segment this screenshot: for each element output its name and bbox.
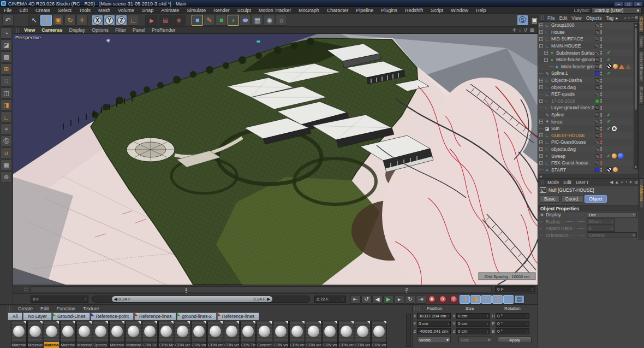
dock-icon[interactable]: ⊞: [634, 180, 638, 185]
menu-pipeline[interactable]: Pipeline: [352, 8, 377, 13]
tree-item-start[interactable]: ▲START: [538, 166, 644, 173]
param-state-icon[interactable]: ◉: [540, 213, 546, 217]
enabled-check-icon[interactable]: ✓: [607, 119, 611, 124]
tri-o-tag-icon[interactable]: [625, 64, 631, 69]
lock-icon[interactable]: ✳: [629, 180, 633, 185]
material-item[interactable]: CRN.vra: [355, 321, 371, 348]
scale-tool[interactable]: ▣: [52, 15, 64, 26]
stepper-icon[interactable]: ↕: [532, 287, 534, 291]
move-tool[interactable]: ✛: [40, 15, 52, 26]
axis-mode-icon[interactable]: ∟: [1, 111, 12, 123]
object-tree-vscrollbar[interactable]: ▲▼: [634, 23, 638, 169]
next-frame-button[interactable]: ▸: [394, 295, 404, 304]
mat-blue-tag-icon[interactable]: [618, 153, 624, 159]
menu-mograph[interactable]: MoGraph: [295, 8, 323, 13]
menu-file[interactable]: File: [0, 8, 16, 13]
expand-toggle[interactable]: +: [539, 23, 543, 27]
dock-tab-content-browser[interactable]: Content Browser: [639, 50, 644, 83]
rotate-view-icon[interactable]: ↺: [523, 27, 528, 33]
record-pla-toggle[interactable]: ∷: [503, 295, 514, 304]
tree-item-guest-house[interactable]: +∟GUEST-HOUSE: [538, 132, 644, 139]
expand-toggle[interactable]: −: [544, 58, 548, 62]
tab-object[interactable]: Object: [585, 195, 607, 203]
texture-mode-icon[interactable]: ▩: [1, 51, 12, 63]
camera-gizmo[interactable]: [257, 40, 260, 43]
menu-tools[interactable]: Tools: [75, 8, 94, 13]
visibility-dots[interactable]: [600, 168, 602, 172]
size-mode-select[interactable]: Size▾: [458, 337, 492, 343]
expand-toggle[interactable]: +: [539, 140, 543, 144]
material-item[interactable]: Material: [126, 321, 141, 348]
layer-chip[interactable]: [595, 85, 599, 90]
material-item[interactable]: CRN.DO: [142, 321, 158, 348]
tree-item-objects-dasha[interactable]: +∟Objects-Dasha: [538, 77, 644, 84]
material-item[interactable]: Material: [27, 321, 43, 348]
tree-item-pic-guestkouse[interactable]: +∟PIC-GuestKouse: [538, 139, 644, 146]
om-menu-file[interactable]: File: [545, 15, 557, 21]
visibility-dots[interactable]: [600, 120, 602, 123]
visibility-dots[interactable]: [600, 79, 602, 82]
expand-toggle[interactable]: +: [544, 51, 548, 55]
enabled-check-icon[interactable]: ✓: [607, 50, 611, 55]
panel-grip[interactable]: [540, 180, 544, 185]
param-state-icon[interactable]: ▫: [540, 220, 546, 223]
visibility-dots[interactable]: [600, 44, 602, 48]
visibility-dots[interactable]: [600, 30, 602, 34]
material-item[interactable]: Material: [109, 321, 125, 348]
menu-animate[interactable]: Animate: [157, 8, 183, 13]
layer-tab-reference-point[interactable]: Reference-point: [91, 312, 133, 320]
position-z-field[interactable]: -40095.241 cm↕: [417, 328, 451, 334]
expand-toggle[interactable]: +: [539, 120, 543, 123]
material-item[interactable]: Concret: [257, 321, 272, 348]
tweak-mode-icon[interactable]: ⌖: [1, 123, 12, 135]
menu-redshift[interactable]: Redshift: [401, 8, 427, 13]
home-icon[interactable]: ⌂: [628, 15, 630, 21]
search-icon[interactable]: ⌕: [624, 15, 626, 21]
sun-gizmo-icon[interactable]: ✳: [106, 38, 110, 44]
material-menu-function[interactable]: Function: [53, 306, 80, 311]
panel-grip[interactable]: [540, 15, 544, 20]
layer-chip[interactable]: [595, 92, 599, 96]
param-orientation-dropdown[interactable]: Camera▾: [587, 232, 637, 238]
render-view[interactable]: ▶: [145, 15, 158, 26]
tree-item-house[interactable]: +∟House: [538, 29, 644, 36]
search-icon[interactable]: ⌕: [621, 180, 623, 185]
visibility-dots[interactable]: [600, 161, 602, 165]
material-item[interactable]: Special..: [93, 321, 109, 348]
size-z-field[interactable]: 0 cm↕: [456, 328, 490, 334]
range-left-arrow-icon[interactable]: ◀: [114, 297, 117, 302]
tree-item-layer-ground-lines-2[interactable]: ∟Layer-ground-lines-2: [538, 104, 644, 111]
tri-tag-icon[interactable]: [619, 64, 624, 69]
visibility-dots[interactable]: [600, 106, 602, 110]
menu-snap[interactable]: Snap: [138, 8, 157, 13]
maximize-button[interactable]: □: [624, 1, 633, 7]
environment-objects[interactable]: ▦: [252, 15, 263, 26]
menu-script[interactable]: Script: [427, 8, 447, 13]
material-item[interactable]: CRN.Tbi: [240, 321, 256, 348]
visibility-dots[interactable]: [600, 85, 602, 89]
panel-grip[interactable]: [24, 287, 28, 292]
tree-item-spline-1[interactable]: ∿Spline.1✓: [538, 70, 644, 77]
menu-window[interactable]: Window: [447, 8, 472, 13]
layer-chip[interactable]: [595, 78, 599, 82]
menu-edit[interactable]: Edit: [16, 8, 32, 13]
layer-chip[interactable]: [595, 126, 599, 131]
record-keyframe-button[interactable]: ●: [427, 295, 437, 304]
expand-toggle[interactable]: +: [539, 30, 543, 34]
toggle-views-icon[interactable]: ▦: [529, 27, 534, 33]
layer-chip[interactable]: [595, 37, 599, 41]
current-frame-field[interactable]: 0 F↕: [495, 286, 535, 292]
layer-chip[interactable]: [595, 161, 599, 165]
history-icon[interactable]: ◔: [625, 180, 628, 185]
menu-simulate[interactable]: Simulate: [183, 8, 210, 13]
light-objects[interactable]: ☼: [276, 15, 287, 26]
workplane-lock-icon[interactable]: ▦: [1, 160, 12, 171]
visibility-dots[interactable]: [600, 72, 602, 75]
dock-tab-structure[interactable]: Structure: [639, 85, 644, 104]
expand-toggle[interactable]: +: [539, 99, 543, 103]
stepper-icon[interactable]: ↕: [85, 297, 87, 301]
deformers[interactable]: ◗: [228, 15, 239, 26]
edges-mode-icon[interactable]: ◫: [1, 87, 12, 99]
layer-chip[interactable]: [595, 57, 599, 62]
material-item[interactable]: CRN.vra: [273, 321, 289, 348]
